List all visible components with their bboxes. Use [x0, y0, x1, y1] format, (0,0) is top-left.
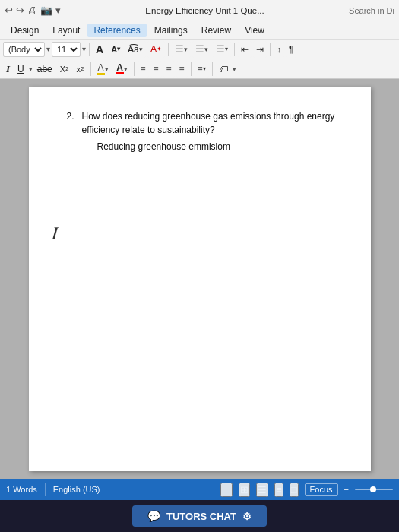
sort-button[interactable]: ↕: [274, 41, 284, 58]
ribbon-divider-4: [270, 43, 271, 56]
menu-view[interactable]: View: [239, 24, 271, 37]
tutors-chat-label: TUTORS CHAT: [166, 511, 236, 522]
italic-button[interactable]: I: [3, 61, 13, 78]
question-answer[interactable]: Reducing greenhouse emmisiom: [82, 140, 340, 154]
search-label[interactable]: Search in Di: [349, 6, 394, 15]
lines-icon[interactable]: ☰: [256, 483, 268, 497]
ribbon-divider-7: [191, 62, 192, 76]
redo-icon[interactable]: ↪: [16, 5, 24, 16]
align-justify-button[interactable]: ≡: [176, 61, 188, 78]
zoom-thumb: [370, 486, 376, 492]
font-family-select[interactable]: (Body): [3, 42, 45, 57]
ribbon-divider-1: [89, 43, 90, 56]
increase-indent-button[interactable]: ⇥: [253, 41, 267, 58]
ribbon-row-1: (Body) ▾ 11 ▾ A A▾ A͡a▾ A✦ ☰▾ ☰▾ ☰▾ ⇤ ⇥ …: [0, 40, 399, 59]
chat-icon: 💬: [147, 510, 160, 522]
document-page: 2. How does reducing greenhouse gas emis…: [29, 87, 371, 471]
table-icon[interactable]: ⊞: [239, 483, 250, 497]
menu-design[interactable]: Design: [5, 24, 45, 37]
font-color-icon: A: [116, 63, 123, 72]
document-content: 2. How does reducing greenhouse gas emis…: [67, 109, 340, 154]
clear-format-button[interactable]: A✦: [147, 41, 166, 58]
increase-font-button[interactable]: A: [93, 41, 106, 58]
dropdown-icon[interactable]: ▾: [55, 5, 61, 16]
show-paragraph-button[interactable]: ¶: [286, 41, 296, 58]
arrow-small: ▾: [29, 65, 33, 73]
arrow-shading: ▾: [233, 65, 236, 73]
multilevel-list-button[interactable]: ☰▾: [213, 41, 231, 58]
doc-view-icon[interactable]: ▭: [220, 483, 233, 497]
font-color-button[interactable]: A ▾: [113, 61, 131, 78]
ribbon-divider-8: [212, 62, 213, 76]
tutors-chat-button[interactable]: 💬 TUTORS CHAT ⚙: [132, 505, 267, 527]
question-number: 2.: [67, 109, 78, 154]
ribbon-divider-2: [168, 43, 169, 56]
menu-review[interactable]: Review: [195, 24, 237, 37]
focus-icon[interactable]: □: [290, 483, 299, 497]
font-color-bar: [116, 72, 124, 74]
highlight-icon: A: [98, 63, 104, 72]
question-2: 2. How does reducing greenhouse gas emis…: [67, 109, 340, 154]
align-right-button[interactable]: ≡: [163, 61, 175, 78]
focus-button[interactable]: Focus: [305, 483, 338, 496]
numbering-button[interactable]: ☰▾: [192, 41, 211, 58]
title-bar-icons: ↩ ↪ 🖨 📷 ▾: [5, 5, 61, 16]
shading-button[interactable]: 🏷: [216, 61, 231, 78]
align-center-button[interactable]: ≡: [150, 61, 162, 78]
zoom-minus[interactable]: −: [344, 485, 349, 494]
dropdown-arrow-font: ▾: [46, 45, 50, 53]
menu-references[interactable]: References: [87, 24, 146, 37]
status-icons: ▭ ⊞ ☰ ≡ □ Focus −: [220, 483, 393, 497]
decrease-indent-button[interactable]: ⇤: [238, 41, 252, 58]
strikethrough-button[interactable]: abe: [34, 61, 55, 78]
highlight-color-bar: [97, 73, 105, 75]
subscript-button[interactable]: X2: [57, 61, 72, 78]
superscript-button[interactable]: x2: [74, 61, 87, 78]
cursor: 𝐼: [52, 223, 58, 244]
menu-mailings[interactable]: Mailings: [148, 24, 194, 37]
document-area: 2. How does reducing greenhouse gas emis…: [0, 79, 399, 479]
gear-icon[interactable]: ⚙: [242, 511, 252, 522]
word-count: 1 Words: [6, 485, 37, 494]
dropdown-arrow-size: ▾: [82, 45, 86, 53]
language-status: English (US): [53, 485, 100, 494]
taskbar: 💬 TUTORS CHAT ⚙: [0, 500, 399, 532]
font-highlight-button[interactable]: A ▾: [94, 61, 112, 78]
menu-layout[interactable]: Layout: [46, 24, 86, 37]
ribbon-divider-5: [90, 62, 91, 76]
ribbon-row-2: I U ▾ abe X2 x2 A ▾ A ▾ ≡ ≡ ≡ ≡ ≡▾ 🏷 ▾: [0, 59, 399, 79]
font-case-button[interactable]: A͡a▾: [125, 41, 146, 58]
align-left-button[interactable]: ≡: [138, 61, 149, 78]
equals-icon[interactable]: ≡: [274, 483, 283, 497]
app-title: Energy Efficiency Unit 1 Que...: [65, 6, 344, 15]
status-divider-1: [45, 483, 46, 496]
line-spacing-button[interactable]: ≡▾: [195, 61, 209, 78]
ribbon-divider-3: [234, 43, 235, 56]
title-bar: ↩ ↪ 🖨 📷 ▾ Energy Efficiency Unit 1 Que..…: [0, 0, 399, 21]
status-bar: 1 Words English (US) ▭ ⊞ ☰ ≡ □ Focus −: [0, 479, 399, 500]
bullets-button[interactable]: ☰▾: [172, 41, 191, 58]
decrease-font-button[interactable]: A▾: [108, 41, 123, 58]
underline-button[interactable]: U: [14, 61, 27, 78]
font-size-select[interactable]: 11: [52, 42, 81, 57]
print-icon[interactable]: 🖨: [27, 5, 37, 16]
question-text[interactable]: How does reducing greenhouse gas emissio…: [82, 111, 335, 135]
camera-icon[interactable]: 📷: [40, 5, 52, 16]
zoom-slider[interactable]: [355, 489, 393, 490]
menu-bar: Design Layout References Mailings Review…: [0, 21, 399, 40]
ribbon-divider-6: [134, 62, 135, 76]
undo-icon[interactable]: ↩: [5, 5, 13, 16]
